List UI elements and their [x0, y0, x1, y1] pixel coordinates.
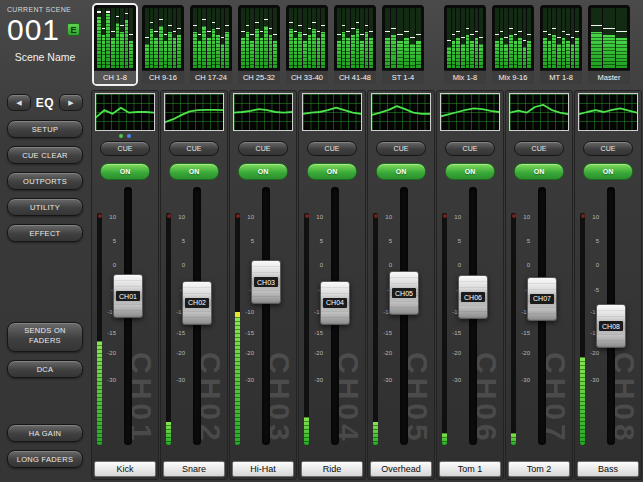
- channel-bank-tabs: CH 1-8CH 9-16CH 17-24CH 25-32CH 33-40CH …: [92, 3, 641, 86]
- fader-cap[interactable]: CH01: [113, 274, 143, 318]
- bank-tab-mix-1-8[interactable]: Mix 1-8: [442, 3, 488, 86]
- eq-thumbnail[interactable]: [164, 93, 224, 131]
- bank-tab-ch-17-24[interactable]: CH 17-24: [188, 3, 234, 86]
- on-button[interactable]: ON: [376, 163, 426, 180]
- bank-tab-mix-9-16[interactable]: Mix 9-16: [490, 3, 536, 86]
- bank-tab-label: CH 33-40: [286, 70, 328, 84]
- scene-name[interactable]: Scene Name: [0, 51, 90, 63]
- eq-prev-button[interactable]: ◀: [7, 94, 31, 111]
- bank-meter: [142, 5, 184, 70]
- channel-name[interactable]: Overhead: [370, 461, 432, 477]
- fader-cap[interactable]: CH08: [596, 304, 626, 348]
- eq-thumbnail[interactable]: [95, 93, 155, 131]
- sidebar-button-long-faders[interactable]: LONG FADERS: [7, 450, 83, 468]
- fader-cap[interactable]: CH06: [458, 275, 488, 319]
- eq-thumbnail[interactable]: [509, 93, 569, 131]
- fader-cap[interactable]: CH04: [320, 281, 350, 325]
- channel-name[interactable]: Bass: [577, 461, 639, 477]
- on-button[interactable]: ON: [100, 163, 150, 180]
- bank-meter: [238, 5, 280, 70]
- on-button[interactable]: ON: [169, 163, 219, 180]
- eq-next-button[interactable]: ▶: [59, 94, 83, 111]
- scale-mark: 5: [596, 238, 599, 244]
- scale-mark: 5: [458, 238, 461, 244]
- scale-mark: -20: [383, 350, 392, 356]
- fader-cap-label: CH01: [116, 291, 140, 301]
- bank-tab-label: Mix 1-8: [444, 70, 486, 84]
- level-meter: [166, 213, 171, 445]
- scale-mark: 5: [389, 238, 392, 244]
- eq-thumbnail[interactable]: [371, 93, 431, 131]
- bank-tab-ch-9-16[interactable]: CH 9-16: [140, 3, 186, 86]
- fader-track[interactable]: [400, 187, 408, 445]
- bank-tab-ch-41-48[interactable]: CH 41-48: [332, 3, 378, 86]
- cue-button[interactable]: CUE: [169, 141, 219, 156]
- bank-meter: [382, 5, 424, 70]
- fader-cap-label: CH02: [185, 298, 209, 308]
- cue-button[interactable]: CUE: [583, 141, 633, 156]
- channel-name[interactable]: Tom 2: [508, 461, 570, 477]
- channel-name[interactable]: Kick: [94, 461, 156, 477]
- cue-button[interactable]: CUE: [307, 141, 357, 156]
- fader-track[interactable]: [262, 187, 270, 445]
- sidebar-button-sends-on-faders[interactable]: SENDS ON FADERS: [7, 322, 83, 352]
- cue-button[interactable]: CUE: [514, 141, 564, 156]
- on-button[interactable]: ON: [514, 163, 564, 180]
- fader-area: CH021050-5-10-15-20-30CH02: [161, 183, 227, 459]
- scene-number[interactable]: 001: [7, 14, 60, 46]
- scale-mark: -30: [176, 377, 185, 383]
- sidebar-button-cue-clear[interactable]: CUE CLEAR: [7, 146, 83, 164]
- left-arrow-icon: ◀: [16, 99, 21, 106]
- cue-button[interactable]: CUE: [445, 141, 495, 156]
- sidebar-button-effect[interactable]: EFFECT: [7, 224, 83, 242]
- scale-mark: 10: [109, 214, 116, 220]
- bank-tab-ch-33-40[interactable]: CH 33-40: [284, 3, 330, 86]
- bank-tab-ch-25-32[interactable]: CH 25-32: [236, 3, 282, 86]
- eq-thumbnail[interactable]: [578, 93, 638, 131]
- scale-mark: -20: [452, 350, 461, 356]
- eq-thumbnail[interactable]: [233, 93, 293, 131]
- channel-name[interactable]: Snare: [163, 461, 225, 477]
- fader-cap[interactable]: CH07: [527, 277, 557, 321]
- bank-tab-master[interactable]: Master: [586, 3, 632, 86]
- sidebar-button-dca[interactable]: DCA: [7, 360, 83, 378]
- fader-area: CH031050-5-10-15-20-30CH03: [230, 183, 296, 459]
- scale-mark: -20: [314, 350, 323, 356]
- current-scene-label: CURRENT SCENE: [7, 6, 90, 13]
- eq-thumbnail[interactable]: [302, 93, 362, 131]
- scale-mark: 0: [389, 262, 392, 268]
- scale-mark: -30: [383, 377, 392, 383]
- sidebar-button-outports[interactable]: OUTPORTS: [7, 172, 83, 190]
- eq-thumbnail[interactable]: [440, 93, 500, 131]
- cue-button[interactable]: CUE: [238, 141, 288, 156]
- bank-tab-label: CH 17-24: [190, 70, 232, 84]
- cue-button[interactable]: CUE: [376, 141, 426, 156]
- bank-meter: [540, 5, 582, 70]
- scale-mark: -15: [383, 330, 392, 336]
- bank-tab-mt-1-8[interactable]: MT 1-8: [538, 3, 584, 86]
- channel-strips: CUEONCH011050-5-10-15-20-30CH01KickCUEON…: [91, 90, 642, 480]
- on-button[interactable]: ON: [238, 163, 288, 180]
- on-button[interactable]: ON: [307, 163, 357, 180]
- cue-button[interactable]: CUE: [100, 141, 150, 156]
- bank-tab-label: Mix 9-16: [492, 70, 534, 84]
- channel-name[interactable]: Hi-Hat: [232, 461, 294, 477]
- bank-tab-st-1-4[interactable]: ST 1-4: [380, 3, 426, 86]
- on-button[interactable]: ON: [445, 163, 495, 180]
- channel-name[interactable]: Ride: [301, 461, 363, 477]
- bank-tab-ch-1-8[interactable]: CH 1-8: [92, 3, 138, 86]
- channel-name[interactable]: Tom 1: [439, 461, 501, 477]
- sidebar-button-setup[interactable]: SETUP: [7, 120, 83, 138]
- fader-cap[interactable]: CH02: [182, 281, 212, 325]
- scale-mark: 0: [113, 262, 116, 268]
- on-button[interactable]: ON: [583, 163, 633, 180]
- fader-cap[interactable]: CH05: [389, 271, 419, 315]
- fader-cap[interactable]: CH03: [251, 260, 281, 304]
- sidebar-button-utility[interactable]: UTILITY: [7, 198, 83, 216]
- scene-panel: CURRENT SCENE 001 E Scene Name: [0, 0, 90, 88]
- bank-meter: [190, 5, 232, 70]
- bank-meter: [334, 5, 376, 70]
- right-arrow-icon: ▶: [68, 99, 73, 106]
- sidebar-button-ha-gain[interactable]: HA GAIN: [7, 424, 83, 442]
- bank-meter: [94, 5, 136, 70]
